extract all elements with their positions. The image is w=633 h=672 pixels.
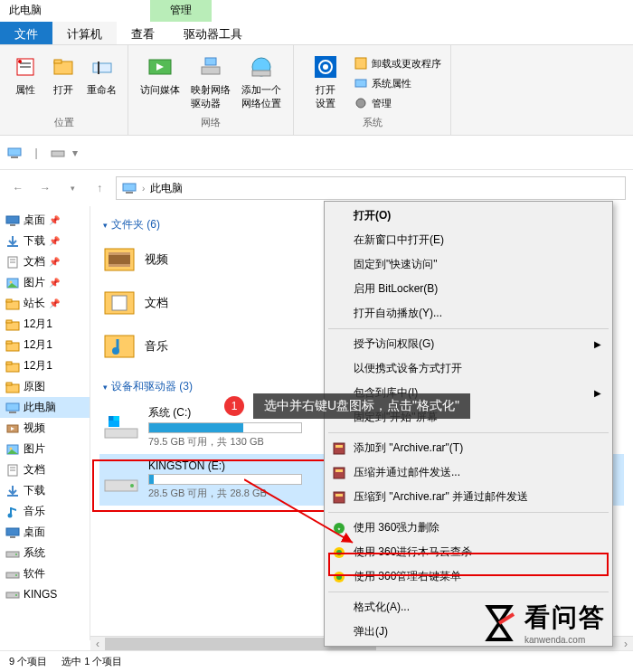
doc-icon bbox=[5, 463, 20, 478]
svg-rect-44 bbox=[9, 412, 16, 413]
rename-button[interactable]: 重命名 bbox=[85, 51, 118, 116]
svg-point-87 bbox=[336, 574, 342, 580]
svg-rect-26 bbox=[10, 224, 15, 226]
drive-icon bbox=[5, 587, 20, 601]
sidebar-item-站长[interactable]: 站长📌 bbox=[0, 293, 90, 314]
access-media-button[interactable]: 访问媒体 bbox=[137, 51, 183, 116]
sidebar-item-12月1[interactable]: 12月1 bbox=[0, 314, 90, 335]
status-selected-count: 选中 1 个项目 bbox=[61, 655, 122, 668]
map-drive-button[interactable]: 映射网络 驱动器 bbox=[188, 51, 233, 116]
svg-rect-23 bbox=[123, 184, 136, 191]
svg-rect-72 bbox=[109, 416, 113, 421]
tab-computer[interactable]: 计算机 bbox=[52, 22, 117, 44]
sidebar-item-软件[interactable]: 软件 bbox=[0, 563, 90, 584]
sidebar-item-文档[interactable]: 文档 bbox=[0, 459, 90, 480]
svg-rect-67 bbox=[112, 296, 127, 310]
menu-separator bbox=[328, 592, 609, 592]
address-bar[interactable]: › 此电脑 bbox=[116, 176, 626, 200]
drive-capacity-bar bbox=[148, 422, 302, 433]
sidebar-item-桌面[interactable]: 桌面 bbox=[0, 522, 90, 543]
open-icon bbox=[49, 52, 78, 81]
open-button[interactable]: 打开 bbox=[47, 51, 80, 116]
pin-icon: 📌 bbox=[49, 215, 60, 225]
sidebar-item-12月1[interactable]: 12月1 bbox=[0, 355, 90, 376]
drive-icon bbox=[5, 567, 20, 582]
status-item-count: 9 个项目 bbox=[9, 655, 47, 668]
map-drive-icon bbox=[196, 52, 225, 81]
sidebar-item-音乐[interactable]: 音乐 bbox=[0, 501, 90, 522]
open-settings-button[interactable]: 打开 设置 bbox=[303, 51, 348, 116]
svg-rect-77 bbox=[335, 445, 343, 448]
sidebar-item-此电脑[interactable]: 此电脑 bbox=[0, 397, 90, 418]
pin-icon: 📌 bbox=[49, 236, 60, 246]
navigation-pane[interactable]: 桌面📌下载📌文档📌图片📌站长📌12月112月112月1原图此电脑视频图片文档下载… bbox=[0, 206, 90, 640]
drive-icon bbox=[103, 466, 139, 495]
uninstall-button[interactable]: 卸载或更改程序 bbox=[354, 54, 441, 72]
sidebar-item-视频[interactable]: 视频 bbox=[0, 418, 90, 439]
manage-button[interactable]: 管理 bbox=[354, 94, 441, 112]
ribbon-group-system: 打开 设置 卸载或更改程序 系统属性 管理 系统 bbox=[294, 45, 451, 135]
recent-dropdown[interactable]: ▾ bbox=[61, 177, 83, 199]
folder-icon bbox=[5, 380, 20, 394]
svg-rect-5 bbox=[54, 60, 61, 63]
tab-view[interactable]: 查看 bbox=[117, 22, 169, 44]
svg-rect-73 bbox=[114, 416, 119, 421]
pin-icon: 📌 bbox=[49, 278, 60, 288]
sidebar-item-下载[interactable]: 下载 bbox=[0, 480, 90, 501]
sysprops-icon bbox=[354, 76, 368, 90]
pc-icon[interactable] bbox=[5, 144, 24, 162]
menu-item[interactable]: 使用 360管理右键菜单 bbox=[326, 564, 610, 589]
svg-point-69 bbox=[112, 347, 119, 355]
address-path: 此电脑 bbox=[150, 181, 183, 196]
svg-rect-38 bbox=[6, 341, 12, 344]
svg-rect-36 bbox=[6, 320, 12, 323]
sidebar-item-12月1[interactable]: 12月1 bbox=[0, 335, 90, 355]
svg-rect-52 bbox=[7, 495, 18, 497]
sidebar-item-下载[interactable]: 下载📌 bbox=[0, 231, 90, 251]
sidebar-item-原图[interactable]: 原图 bbox=[0, 376, 90, 397]
menu-item[interactable]: 添加到 "Archive.rar"(T) bbox=[326, 436, 610, 460]
up-button[interactable]: ↑ bbox=[89, 177, 110, 199]
download-icon bbox=[5, 234, 20, 249]
menu-item[interactable]: 固定到"快速访问" bbox=[326, 252, 610, 277]
svg-rect-24 bbox=[126, 192, 133, 194]
sidebar-item-桌面[interactable]: 桌面📌 bbox=[0, 210, 90, 231]
svg-rect-11 bbox=[205, 58, 216, 65]
pin-icon: 📌 bbox=[49, 257, 60, 267]
settings-icon bbox=[311, 52, 340, 81]
tab-drive-tools[interactable]: 驱动器工具 bbox=[169, 22, 257, 44]
sidebar-item-系统[interactable]: 系统 bbox=[0, 543, 90, 563]
forward-button[interactable]: → bbox=[34, 177, 56, 199]
menu-item[interactable]: 启用 BitLocker(B) bbox=[326, 277, 610, 301]
sidebar-item-图片[interactable]: 图片📌 bbox=[0, 272, 90, 293]
menu-item[interactable]: 打开自动播放(Y)... bbox=[326, 301, 610, 326]
add-location-icon bbox=[247, 52, 276, 81]
menu-item[interactable]: 打开(O) bbox=[326, 203, 610, 228]
watermark: 看问答 kanwenda.com bbox=[481, 601, 606, 645]
svg-rect-18 bbox=[355, 80, 366, 87]
window-title: 此电脑 bbox=[0, 0, 51, 22]
add-location-button[interactable]: 添加一个 网络位置 bbox=[239, 51, 284, 116]
svg-rect-17 bbox=[355, 58, 366, 69]
svg-rect-43 bbox=[6, 403, 19, 411]
svg-rect-70 bbox=[105, 429, 137, 438]
tab-file[interactable]: 文件 bbox=[0, 22, 52, 44]
sidebar-item-图片[interactable]: 图片 bbox=[0, 439, 90, 459]
svg-point-75 bbox=[130, 484, 134, 487]
svg-point-57 bbox=[15, 554, 17, 555]
manage-contextual-tab[interactable]: 管理 bbox=[150, 0, 212, 22]
back-button[interactable]: ← bbox=[7, 177, 29, 199]
svg-rect-25 bbox=[6, 216, 19, 223]
svg-point-59 bbox=[15, 574, 17, 576]
svg-rect-65 bbox=[109, 264, 130, 267]
system-properties-button[interactable]: 系统属性 bbox=[354, 74, 441, 92]
svg-rect-2 bbox=[20, 66, 31, 68]
menu-item[interactable]: 在新窗口中打开(E) bbox=[326, 228, 610, 252]
pin-icon: 📌 bbox=[49, 298, 60, 308]
menu-item[interactable]: 以便携式设备方式打开 bbox=[326, 356, 610, 381]
sidebar-item-KINGS[interactable]: KINGS bbox=[0, 584, 90, 604]
sidebar-item-文档[interactable]: 文档📌 bbox=[0, 251, 90, 272]
properties-button[interactable]: 属性 bbox=[9, 51, 42, 116]
drive-icon[interactable] bbox=[49, 144, 67, 162]
menu-item[interactable]: 授予访问权限(G)▶ bbox=[326, 332, 610, 356]
